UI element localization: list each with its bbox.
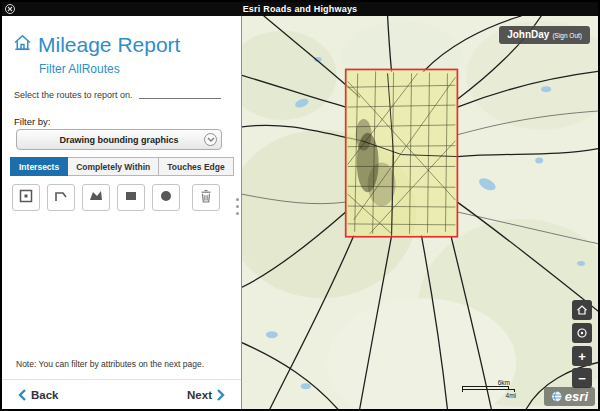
tab-touches-edge[interactable]: Touches Edge	[158, 157, 233, 176]
draw-rectangle-tool-button[interactable]	[117, 184, 145, 211]
back-label: Back	[31, 389, 59, 401]
user-sign-out-button[interactable]: JohnDay (Sign Out)	[499, 26, 590, 44]
instruction-row: Select the routes to report on.	[14, 90, 221, 100]
clear-graphics-button[interactable]	[192, 184, 220, 211]
page-header: Mileage Report	[12, 32, 180, 57]
note-text: Note: You can filter by attributes on th…	[16, 359, 204, 369]
home-button[interactable]	[572, 300, 592, 320]
app-window: Esri Roads and Highways Mileage Report F…	[0, 0, 600, 411]
extent-icon	[18, 188, 34, 208]
page-subtitle: Filter AllRoutes	[39, 62, 120, 76]
map-controls: + −	[572, 300, 592, 388]
user-name: JohnDay	[507, 29, 549, 40]
draw-tools-toolbar	[12, 184, 220, 211]
polygon-icon	[88, 188, 104, 208]
panel-collapse-handle[interactable]	[234, 198, 240, 215]
polyline-icon	[53, 188, 69, 208]
basemap	[242, 16, 598, 409]
esri-globe-icon	[551, 391, 562, 402]
chevron-right-icon	[217, 389, 225, 401]
titlebar: Esri Roads and Highways	[2, 2, 598, 16]
draw-extent-tool-button[interactable]	[12, 184, 40, 211]
sidebar-panel: Mileage Report Filter AllRoutes Select t…	[2, 16, 242, 409]
draw-polyline-tool-button[interactable]	[47, 184, 75, 211]
rectangle-icon	[123, 188, 139, 208]
dropdown-selected-value: Drawing bounding graphics	[60, 135, 179, 145]
wizard-nav-bar: Back Next	[2, 379, 241, 409]
esri-wordmark: esri	[565, 390, 588, 403]
next-button[interactable]: Next	[187, 389, 225, 401]
instruction-text: Select the routes to report on.	[14, 90, 133, 100]
zoom-out-button[interactable]: −	[572, 368, 592, 388]
tab-intersects[interactable]: Intersects	[10, 157, 68, 176]
spatial-filter-tabs: Intersects Completely Within Touches Edg…	[10, 157, 234, 176]
chevron-left-icon	[18, 389, 26, 401]
filter-method-dropdown[interactable]: Drawing bounding graphics	[16, 129, 222, 150]
circle-icon	[158, 188, 174, 208]
tab-completely-within[interactable]: Completely Within	[67, 157, 159, 176]
locate-icon	[576, 327, 588, 339]
next-label: Next	[187, 389, 212, 401]
close-icon[interactable]	[5, 4, 15, 14]
scalebar-mi-label: 4mi	[462, 392, 522, 399]
instruction-underline	[139, 91, 221, 99]
page-title: Mileage Report	[38, 33, 180, 57]
app-body: Mileage Report Filter AllRoutes Select t…	[2, 16, 598, 409]
draw-polygon-tool-button[interactable]	[82, 184, 110, 211]
chevron-down-icon	[204, 133, 217, 146]
back-button[interactable]: Back	[18, 389, 59, 401]
home-icon	[576, 304, 588, 316]
scalebar-km-label: 6km	[462, 379, 522, 386]
draw-circle-tool-button[interactable]	[152, 184, 180, 211]
trash-icon	[198, 188, 214, 208]
esri-logo: esri	[544, 387, 595, 406]
window-title: Esri Roads and Highways	[243, 4, 358, 14]
zoom-in-button[interactable]: +	[572, 346, 592, 366]
mileage-report-home-icon	[12, 32, 33, 57]
scalebar: 6km 4mi	[462, 379, 522, 399]
filter-by-label: Filter by:	[14, 116, 50, 127]
locate-button[interactable]	[572, 323, 592, 343]
map-canvas[interactable]: JohnDay (Sign Out) + − 6km	[242, 16, 598, 409]
sign-out-label: (Sign Out)	[552, 32, 582, 39]
